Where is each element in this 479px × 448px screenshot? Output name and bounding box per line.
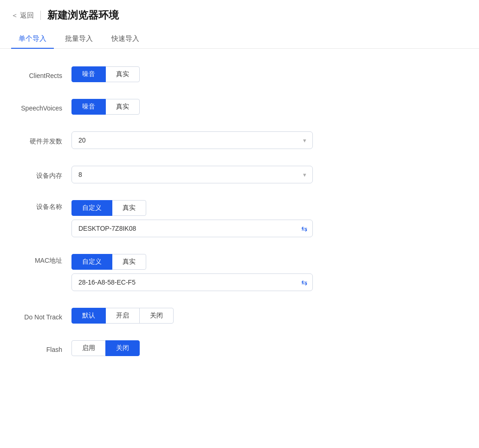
header-divider [40, 11, 41, 20]
mac-address-input-wrapper: ⇆ [71, 273, 313, 291]
hardware-concurrency-select[interactable]: 2 4 8 16 20 32 [71, 131, 313, 149]
flash-disable-btn[interactable]: 关闭 [105, 340, 140, 356]
flash-btn-group: 启用 关闭 [71, 340, 350, 356]
mac-address-field-group: 自定义 真实 ⇆ [71, 254, 350, 291]
device-name-btn-group: 自定义 真实 [71, 200, 350, 216]
speech-voices-noise-btn[interactable]: 噪音 [71, 99, 106, 115]
page-title: 新建浏览器环境 [47, 8, 119, 22]
do-not-track-control: 默认 开启 关闭 [71, 308, 350, 324]
back-chevron-icon: ＜ [11, 11, 18, 20]
mac-address-label: MAC地址 [11, 254, 71, 265]
hardware-concurrency-control: 2 4 8 16 20 32 ▾ [71, 131, 350, 149]
back-label: 返回 [20, 11, 34, 20]
client-rects-row: ClientRects 噪音 真实 [11, 58, 468, 91]
do-not-track-row: Do Not Track 默认 开启 关闭 [11, 299, 468, 332]
flash-label: Flash [11, 343, 71, 353]
page-header: ＜ 返回 新建浏览器环境 [0, 0, 479, 29]
device-name-input-wrapper: ⇆ [71, 220, 313, 237]
speech-voices-control: 噪音 真实 [71, 99, 350, 115]
flash-row: Flash 启用 关闭 [11, 332, 468, 364]
client-rects-label: ClientRects [11, 69, 71, 79]
do-not-track-on-btn[interactable]: 开启 [105, 308, 140, 324]
do-not-track-default-btn[interactable]: 默认 [71, 308, 106, 324]
device-memory-control: 1 2 4 8 16 32 ▾ [71, 166, 350, 183]
mac-address-control: 自定义 真实 ⇆ [71, 254, 350, 291]
mac-address-real-btn[interactable]: 真实 [112, 254, 146, 270]
mac-address-shuffle-icon[interactable]: ⇆ [301, 278, 307, 287]
mac-address-input[interactable] [71, 273, 313, 291]
speech-voices-row: SpeechVoices 噪音 真实 [11, 91, 468, 123]
form-body: ClientRects 噪音 真实 SpeechVoices 噪音 真实 硬件并… [0, 52, 479, 383]
device-name-field-group: 自定义 真实 ⇆ [71, 200, 350, 237]
tab-quick-import[interactable]: 快速导入 [104, 29, 147, 49]
tabs-bar: 单个导入 批量导入 快速导入 [0, 29, 479, 49]
do-not-track-off-btn[interactable]: 关闭 [139, 308, 174, 324]
hardware-concurrency-select-wrapper: 2 4 8 16 20 32 ▾ [71, 131, 313, 149]
client-rects-control: 噪音 真实 [71, 66, 350, 82]
flash-enable-btn[interactable]: 启用 [71, 340, 106, 356]
hardware-concurrency-label: 硬件并发数 [11, 135, 71, 146]
device-name-label: 设备名称 [11, 200, 71, 211]
back-link[interactable]: ＜ 返回 [11, 11, 34, 20]
client-rects-noise-btn[interactable]: 噪音 [71, 66, 106, 82]
mac-address-btn-group: 自定义 真实 [71, 254, 350, 270]
device-name-control: 自定义 真实 ⇆ [71, 200, 350, 237]
device-name-custom-btn[interactable]: 自定义 [71, 200, 112, 216]
device-memory-label: 设备内存 [11, 169, 71, 180]
mac-address-custom-btn[interactable]: 自定义 [71, 254, 112, 270]
do-not-track-label: Do Not Track [11, 311, 71, 321]
device-name-row: 设备名称 自定义 真实 ⇆ [11, 192, 468, 246]
device-name-input[interactable] [71, 220, 313, 237]
speech-voices-real-btn[interactable]: 真实 [105, 99, 140, 115]
device-name-shuffle-icon[interactable]: ⇆ [301, 224, 307, 233]
device-memory-row: 设备内存 1 2 4 8 16 32 ▾ [11, 157, 468, 192]
speech-voices-btn-group: 噪音 真实 [71, 99, 350, 115]
speech-voices-label: SpeechVoices [11, 102, 71, 112]
client-rects-real-btn[interactable]: 真实 [105, 66, 140, 82]
tab-single-import[interactable]: 单个导入 [11, 29, 54, 49]
hardware-concurrency-row: 硬件并发数 2 4 8 16 20 32 ▾ [11, 123, 468, 157]
tab-batch-import[interactable]: 批量导入 [58, 29, 100, 49]
device-memory-select[interactable]: 1 2 4 8 16 32 [71, 166, 313, 183]
client-rects-btn-group: 噪音 真实 [71, 66, 350, 82]
device-memory-select-wrapper: 1 2 4 8 16 32 ▾ [71, 166, 313, 183]
device-name-real-btn[interactable]: 真实 [112, 200, 146, 216]
do-not-track-btn-group: 默认 开启 关闭 [71, 308, 350, 324]
mac-address-row: MAC地址 自定义 真实 ⇆ [11, 246, 468, 299]
flash-control: 启用 关闭 [71, 340, 350, 356]
